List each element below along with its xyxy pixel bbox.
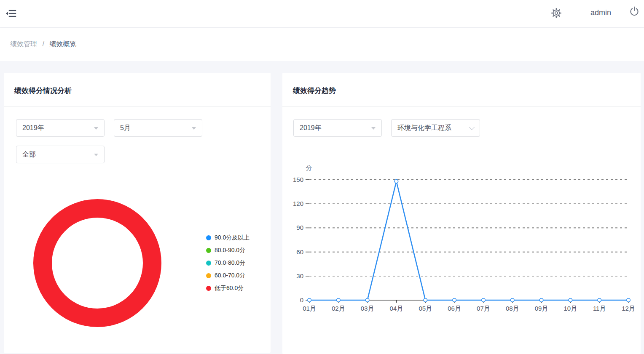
legend-label: 90.0分及以上 [215, 234, 250, 242]
data-point-marker[interactable] [394, 180, 398, 183]
x-axis-label: 12月 [622, 305, 635, 312]
legend-dot-icon [206, 273, 211, 278]
data-point-marker[interactable] [424, 298, 427, 302]
y-axis-label: 120 [293, 200, 303, 207]
x-axis-label: 11月 [593, 305, 606, 312]
score-donut-chart[interactable] [33, 199, 161, 327]
breadcrumb: 绩效管理 / 绩效概览 [10, 40, 76, 49]
legend-item[interactable]: 70.0-80.0分 [206, 257, 250, 269]
x-axis-label: 08月 [506, 305, 519, 312]
user-name[interactable]: admin [590, 8, 611, 17]
data-point-marker[interactable] [511, 298, 514, 302]
data-point-marker[interactable] [627, 298, 630, 302]
legend-dot-icon [206, 286, 211, 291]
month-select-value: 5月 [120, 120, 131, 136]
x-axis-label: 05月 [419, 305, 432, 312]
score-trend-line-chart[interactable]: 分030609012015001月02月03月04月05月06月07月08月09… [282, 161, 641, 346]
score-distribution-card-header: 绩效得分情况分析 [4, 73, 271, 106]
caret-down-icon [371, 127, 376, 130]
year-select-left[interactable]: 2019年 [16, 119, 105, 137]
settings-gear-icon[interactable] [549, 5, 564, 21]
x-axis-label: 07月 [477, 305, 490, 312]
legend-label: 70.0-80.0分 [215, 259, 245, 267]
y-axis-label: 0 [300, 296, 303, 303]
top-bar: admin [0, 0, 644, 27]
data-point-marker[interactable] [308, 298, 311, 302]
collapse-menu-icon[interactable] [5, 8, 17, 19]
data-point-marker[interactable] [453, 298, 456, 302]
donut-legend: 90.0分及以上80.0-90.0分70.0-80.0分60.0-70.0分低于… [206, 232, 250, 295]
caret-down-icon [192, 127, 196, 130]
y-axis-label: 60 [296, 248, 303, 256]
breadcrumb-current-page: 绩效概览 [49, 40, 76, 48]
caret-down-icon [94, 127, 98, 130]
legend-label: 80.0-90.0分 [215, 247, 245, 254]
breadcrumb-separator: / [42, 40, 44, 48]
donut-slice[interactable] [43, 208, 152, 318]
y-axis-label: 30 [296, 272, 303, 279]
legend-label: 60.0-70.0分 [215, 272, 245, 279]
month-select[interactable]: 5月 [114, 119, 202, 137]
x-axis-label: 10月 [564, 305, 577, 312]
score-distribution-card: 绩效得分情况分析 2019年 5月 全部 90.0分及以上80.0-90.0分7… [4, 73, 271, 353]
line-series [309, 181, 628, 300]
scope-select-value: 全部 [22, 146, 36, 163]
chevron-down-icon [469, 125, 475, 130]
y-axis-label: 90 [296, 224, 303, 231]
data-point-marker[interactable] [569, 298, 572, 302]
year-select-left-value: 2019年 [22, 120, 44, 136]
year-select-right[interactable]: 2019年 [293, 119, 382, 137]
logout-power-icon[interactable] [628, 5, 641, 18]
legend-dot-icon [206, 248, 211, 253]
x-axis-label: 01月 [303, 305, 316, 312]
legend-item[interactable]: 60.0-70.0分 [206, 269, 250, 282]
score-distribution-title: 绩效得分情况分析 [14, 86, 72, 96]
legend-item[interactable]: 低于60.0分 [206, 282, 250, 295]
breadcrumb-section[interactable]: 绩效管理 [10, 40, 37, 48]
y-axis-name: 分 [306, 164, 312, 171]
legend-dot-icon [206, 235, 211, 240]
scope-select[interactable]: 全部 [16, 146, 105, 163]
x-axis-label: 04月 [390, 305, 403, 312]
legend-item[interactable]: 90.0分及以上 [206, 232, 250, 244]
data-point-marker[interactable] [598, 298, 601, 302]
breadcrumb-bar: 绩效管理 / 绩效概览 [0, 28, 644, 61]
legend-label: 低于60.0分 [215, 285, 244, 292]
legend-item[interactable]: 80.0-90.0分 [206, 244, 250, 257]
department-select[interactable]: 环境与化学工程系 [391, 119, 480, 137]
department-select-value: 环境与化学工程系 [397, 120, 451, 136]
caret-down-icon [94, 154, 98, 156]
year-select-right-value: 2019年 [300, 120, 322, 136]
score-trend-card: 绩效得分趋势 2019年 环境与化学工程系 分030609012015001月0… [282, 73, 641, 354]
score-trend-card-header: 绩效得分趋势 [282, 73, 641, 106]
x-axis-label: 02月 [332, 305, 345, 312]
x-axis-label: 06月 [448, 305, 461, 312]
data-point-marker[interactable] [337, 298, 340, 302]
x-axis-label: 09月 [535, 305, 548, 312]
x-axis-label: 03月 [361, 305, 374, 312]
score-trend-title: 绩效得分趋势 [293, 86, 336, 96]
data-point-marker[interactable] [482, 298, 485, 302]
y-axis-label: 150 [293, 176, 303, 183]
data-point-marker[interactable] [539, 298, 543, 302]
data-point-marker[interactable] [365, 298, 369, 302]
legend-dot-icon [206, 261, 211, 266]
